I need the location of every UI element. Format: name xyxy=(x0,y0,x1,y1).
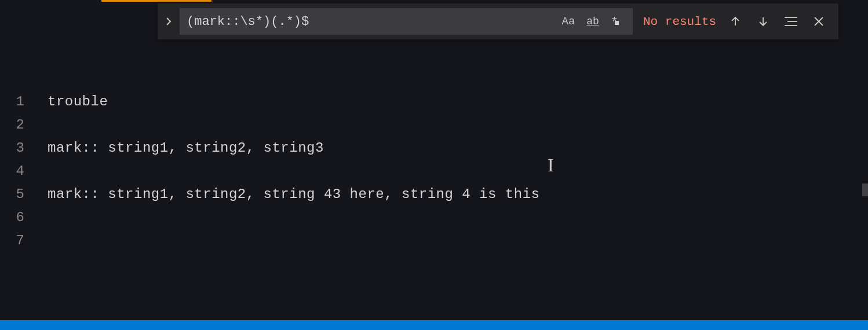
line-number: 2 xyxy=(0,117,48,133)
find-input[interactable] xyxy=(187,14,554,29)
scrollbar-marker[interactable] xyxy=(862,184,868,196)
line-number: 6 xyxy=(0,210,48,225)
selection-icon xyxy=(785,16,797,27)
toggle-replace-button[interactable] xyxy=(158,3,180,39)
arrow-down-icon xyxy=(757,16,769,27)
editor-line: 4 xyxy=(0,159,868,182)
status-bar[interactable] xyxy=(0,320,868,330)
line-number: 4 xyxy=(0,163,48,179)
line-content[interactable]: mark:: string1, string2, string 43 here,… xyxy=(48,186,539,202)
match-case-button[interactable]: Aa xyxy=(560,13,577,30)
find-options: Aa ab xyxy=(554,13,626,30)
line-number: 7 xyxy=(0,233,48,248)
close-icon xyxy=(814,16,824,27)
editor-line: 7 xyxy=(0,229,868,252)
editor-line: 2 xyxy=(0,113,868,136)
find-results-count: No results xyxy=(633,15,727,28)
active-tab-indicator xyxy=(101,0,211,2)
previous-match-button[interactable] xyxy=(727,13,744,30)
line-number: 1 xyxy=(0,94,48,109)
editor-line: 6 xyxy=(0,206,868,229)
find-input-container: Aa ab xyxy=(180,8,633,35)
find-widget: Aa ab No results xyxy=(158,3,838,39)
use-regex-button[interactable] xyxy=(608,13,626,30)
line-content[interactable]: mark:: string1, string2, string3 xyxy=(48,140,324,156)
editor-line: 1 trouble xyxy=(0,90,868,113)
find-nav-buttons xyxy=(727,13,836,30)
editor-line: 5 mark:: string1, string2, string 43 her… xyxy=(0,182,868,206)
line-number: 5 xyxy=(0,186,48,202)
line-number: 3 xyxy=(0,140,48,156)
editor-line: 3 mark:: string1, string2, string3 xyxy=(0,136,868,159)
close-find-button[interactable] xyxy=(810,13,827,30)
chevron-right-icon xyxy=(164,17,173,26)
find-in-selection-button[interactable] xyxy=(782,13,800,30)
next-match-button[interactable] xyxy=(754,13,772,30)
editor-area[interactable]: 1 trouble 2 3 mark:: string1, string2, s… xyxy=(0,90,868,252)
line-content[interactable]: trouble xyxy=(48,94,108,109)
arrow-up-icon xyxy=(730,16,741,27)
match-whole-word-button[interactable]: ab xyxy=(584,13,601,30)
